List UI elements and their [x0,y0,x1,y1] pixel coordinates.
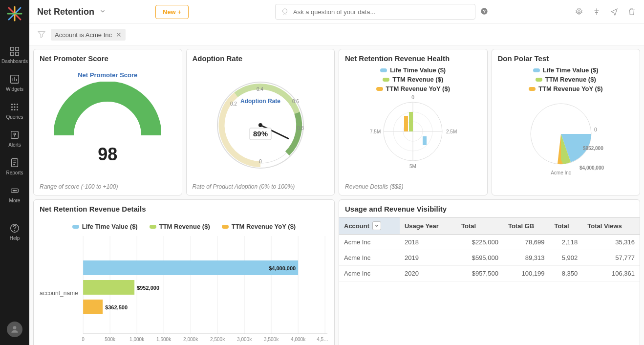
card-footer: Range of score (-100 to +100) [40,183,176,190]
nav-label: Widgets [6,86,23,92]
user-avatar[interactable] [7,322,22,337]
nav-label: Dashboards [1,59,28,64]
search-box[interactable] [275,4,475,20]
card-title: Net Retention Revenue Health [345,54,481,63]
filter-row: Account is Acme Inc ✕ [29,24,644,46]
svg-point-12 [12,104,13,105]
svg-text:$952,000: $952,000 [137,285,159,291]
svg-text:5M: 5M [409,164,416,169]
table-row[interactable]: Acme Inc 2019 $595,000 89,313 5,902 57,7… [339,250,640,266]
chevron-down-icon [99,8,106,15]
share-icon[interactable] [610,7,619,16]
logo [7,6,22,22]
col-views[interactable]: Total Views [582,217,640,235]
card-footer: Revenue Details ($$$) [345,183,481,190]
card-usage-table[interactable]: Usage and Revenue Visibility Account Usa… [339,199,640,345]
title-dropdown[interactable] [99,8,106,16]
legend-label: TTM Revenue YoY ($) [232,223,296,230]
legend: Life Time Value ($) TTM Revenue ($) TTM … [345,66,481,92]
svg-rect-5 [16,47,19,50]
svg-point-30 [14,190,15,191]
svg-text:4,5…: 4,5… [317,337,328,342]
dashboard-grid: Net Promoter Score Net Promoter Score 98… [29,46,644,345]
funnel-icon[interactable] [37,30,46,40]
new-button[interactable]: New + [155,5,189,19]
svg-text:500k: 500k [105,337,116,342]
col-year[interactable]: Usage Year [400,217,456,235]
card-nps[interactable]: Net Promoter Score Net Promoter Score 98… [33,49,182,195]
more-icon [9,185,20,196]
svg-rect-4 [11,47,14,50]
nav-label: Alerts [8,142,21,148]
adoption-gauge: Adoption Rate 89% 0 0.2 0.4 0.6 0.8 [212,76,309,174]
filter-chip-text: Account is Acme Inc [55,31,112,39]
svg-point-15 [12,107,13,108]
svg-rect-6 [11,52,14,55]
col-account[interactable]: Account [339,217,400,235]
svg-text:0.2: 0.2 [230,101,237,107]
svg-rect-84 [83,280,134,295]
card-adoption[interactable]: Adoption Rate Adoption Rate [186,49,335,195]
svg-text:$952,000: $952,000 [583,146,603,151]
svg-rect-61 [423,136,427,145]
table-row[interactable]: Acme Inc 2020 $957,500 100,199 8,350 106… [339,266,640,281]
card-title: Usage and Revenue Visibility [339,205,640,213]
nav-label: Reports [6,170,23,175]
filter-icon[interactable] [592,7,601,16]
svg-text:$362,500: $362,500 [105,304,128,310]
svg-text:1,000k: 1,000k [129,337,145,342]
legend: Life Time Value ($) TTM Revenue ($) TTM … [40,223,328,230]
user-icon [10,324,20,334]
svg-text:0: 0 [411,95,414,100]
nav-alerts[interactable]: Alerts [0,125,29,152]
usage-table: Account Usage Year Total Total GB Total … [339,217,640,281]
filter-chip[interactable]: Account is Acme Inc ✕ [51,29,126,41]
legend-label: TTM Revenue ($) [392,76,443,83]
svg-point-38 [578,11,580,13]
card-revenue-details[interactable]: Net Retention Revenue Details Life Time … [33,199,335,345]
legend-label: TTM Revenue YoY ($) [386,85,450,92]
gear-icon[interactable] [575,7,583,16]
nav-help[interactable]: Help [0,218,29,246]
card-polar-test[interactable]: Don Polar Test Life Time Value ($) TTM R… [492,49,641,195]
legend-label: Life Time Value ($) [82,223,138,230]
search-help[interactable]: ? [480,7,488,17]
table-header-row: Account Usage Year Total Total GB Total … [339,217,640,235]
card-health[interactable]: Net Retention Revenue Health Life Time V… [339,49,488,195]
svg-text:0: 0 [82,337,85,342]
card-title: Net Promoter Score [40,54,176,63]
sort-button[interactable] [372,221,381,230]
nav-more[interactable]: More [0,180,29,208]
topbar: Net Retention New + ? [29,0,644,24]
nav-dashboards[interactable]: Dashboards [0,41,29,69]
svg-point-14 [17,104,18,105]
y-axis-label: account_name [40,236,82,345]
nav-label: Help [10,236,20,241]
svg-rect-60 [409,112,413,131]
svg-point-46 [258,123,262,127]
svg-rect-82 [83,260,298,275]
svg-point-29 [13,190,14,191]
svg-text:0.4: 0.4 [257,86,263,92]
trash-icon[interactable] [627,7,636,16]
filter-chip-remove[interactable]: ✕ [116,31,122,39]
card-title: Don Polar Test [498,54,634,63]
legend-label: TTM Revenue ($) [545,76,596,83]
pie-chart: 0 $952,000 $4,000,000 Acme Inc [512,92,620,175]
svg-text:?: ? [483,9,486,14]
col-total[interactable]: Total [456,217,503,235]
svg-text:Adoption Rate: Adoption Rate [240,98,280,105]
col-total-gb[interactable]: Total GB [503,217,550,235]
col-total2[interactable]: Total [549,217,582,235]
search-input[interactable] [293,8,470,16]
card-title: Adoption Rate [193,54,329,63]
chat-icon [280,7,289,16]
table-row[interactable]: Acme Inc 2018 $225,000 78,699 2,118 35,3… [339,235,640,250]
card-footer: Rate of Product Adoption (0% to 100%) [193,183,329,190]
svg-text:7.5M: 7.5M [370,129,381,134]
nav-widgets[interactable]: Widgets [0,69,29,97]
svg-text:1,500k: 1,500k [156,337,172,342]
nav-queries[interactable]: Queries [0,97,29,125]
nav-reports[interactable]: Reports [0,152,29,180]
page-title: Net Retention [37,7,94,17]
